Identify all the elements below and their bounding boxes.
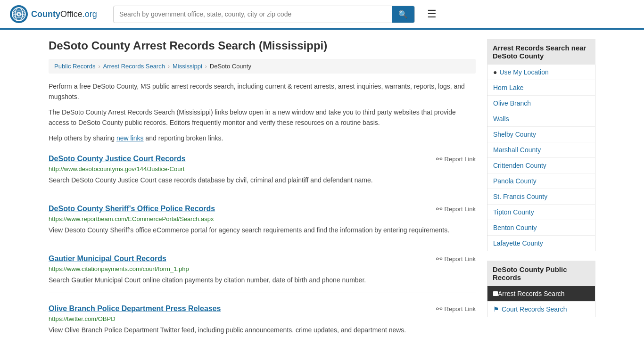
sidebar-nearby-item[interactable]: Benton County bbox=[487, 220, 595, 236]
report-link-button[interactable]: ⚯ Report Link bbox=[436, 205, 476, 214]
sidebar-public-records-item[interactable]: Arrest Records Search bbox=[487, 286, 595, 302]
report-link-label: Report Link bbox=[445, 255, 476, 263]
report-link-icon: ⚯ bbox=[436, 205, 442, 214]
sidebar-nearby-link[interactable]: Walls bbox=[487, 111, 595, 126]
sidebar-nearby-link[interactable]: Panola County bbox=[487, 173, 595, 189]
record-description: View Olive Branch Police Department Twit… bbox=[49, 325, 476, 335]
sidebar-public-records-header: DeSoto County Public Records bbox=[487, 261, 595, 286]
record-url: https://twitter.com/OBPD bbox=[49, 315, 476, 322]
sidebar-nearby-link[interactable]: Lafayette County bbox=[487, 236, 595, 251]
sidebar-nearby-item[interactable]: Horn Lake bbox=[487, 80, 595, 96]
breadcrumb-mississippi[interactable]: Mississippi bbox=[173, 63, 202, 70]
report-link-label: Report Link bbox=[445, 305, 476, 313]
record-item: Olive Branch Police Department Press Rel… bbox=[49, 304, 476, 343]
use-location-label: Use My Location bbox=[499, 68, 548, 76]
description-3: Help others by sharing new links and rep… bbox=[49, 133, 476, 143]
sidebar-nearby-link[interactable]: Marshall County bbox=[487, 142, 595, 157]
main-container: DeSoto County Arrest Records Search (Mis… bbox=[39, 30, 605, 352]
record-header: Olive Branch Police Department Press Rel… bbox=[49, 304, 476, 313]
report-link-icon: ⚯ bbox=[436, 255, 442, 263]
sidebar-nearby-link[interactable]: Tipton County bbox=[487, 205, 595, 220]
breadcrumb: Public Records › Arrest Records Search ›… bbox=[49, 59, 476, 74]
record-header: DeSoto County Sheriff's Office Police Re… bbox=[49, 205, 476, 214]
breadcrumb-sep-1: › bbox=[98, 63, 100, 70]
sidebar: Arrest Records Search near DeSoto County… bbox=[487, 39, 595, 343]
sidebar-nearby-link[interactable]: Benton County bbox=[487, 220, 595, 235]
logo-text: CountyOffice.org bbox=[31, 9, 97, 19]
record-item: DeSoto County Justice Court Records ⚯ Re… bbox=[49, 155, 476, 193]
record-item: DeSoto County Sheriff's Office Police Re… bbox=[49, 205, 476, 243]
sidebar-nearby-link[interactable]: Horn Lake bbox=[487, 80, 595, 95]
court-records-icon: ⚑ bbox=[493, 305, 499, 313]
sidebar-nearby-link[interactable]: St. Francis County bbox=[487, 189, 595, 204]
sidebar-use-location[interactable]: ● Use My Location bbox=[487, 65, 595, 80]
records-list: DeSoto County Justice Court Records ⚯ Re… bbox=[49, 155, 476, 343]
sidebar-arrest-section: Arrest Records Search near DeSoto County… bbox=[487, 39, 595, 251]
site-logo-icon bbox=[9, 5, 28, 24]
sidebar-nearby-item[interactable]: Lafayette County bbox=[487, 236, 595, 251]
record-description: View Desoto County Sheriff's office eCom… bbox=[49, 225, 476, 235]
sidebar-public-records-link[interactable]: ⚑Court Records Search bbox=[487, 302, 595, 317]
sidebar-nearby-item[interactable]: Walls bbox=[487, 111, 595, 127]
hamburger-menu-button[interactable]: ☰ bbox=[424, 6, 439, 22]
record-title[interactable]: Gautier Municipal Court Records bbox=[49, 255, 166, 263]
record-header: Gautier Municipal Court Records ⚯ Report… bbox=[49, 255, 476, 263]
page-title: DeSoto County Arrest Records Search (Mis… bbox=[49, 39, 476, 52]
record-url: http://www.desotocountyms.gov/144/Justic… bbox=[49, 165, 476, 173]
sidebar-nearby-items: Horn LakeOlive BranchWallsShelby CountyM… bbox=[487, 80, 595, 251]
sidebar-nearby-link[interactable]: Crittenden County bbox=[487, 158, 595, 173]
record-url: https://www.citationpayments.com/court/f… bbox=[49, 265, 476, 272]
description-1: Perform a free DeSoto County, MS public … bbox=[49, 81, 476, 102]
breadcrumb-arrest-records[interactable]: Arrest Records Search bbox=[103, 63, 165, 70]
report-link-button[interactable]: ⚯ Report Link bbox=[436, 304, 476, 313]
content-area: DeSoto County Arrest Records Search (Mis… bbox=[49, 39, 476, 343]
report-link-icon: ⚯ bbox=[436, 304, 442, 313]
record-title[interactable]: DeSoto County Sheriff's Office Police Re… bbox=[49, 205, 215, 213]
sidebar-nearby-item[interactable]: Olive Branch bbox=[487, 96, 595, 111]
record-title[interactable]: DeSoto County Justice Court Records bbox=[49, 155, 186, 163]
sidebar-nearby-item[interactable]: Tipton County bbox=[487, 205, 595, 220]
breadcrumb-public-records[interactable]: Public Records bbox=[54, 63, 95, 70]
report-link-label: Report Link bbox=[445, 156, 476, 163]
sidebar-nearby-item[interactable]: Panola County bbox=[487, 173, 595, 189]
search-bar: 🔍 bbox=[113, 6, 415, 23]
sidebar-nearby-link[interactable]: Shelby County bbox=[487, 127, 595, 142]
active-indicator bbox=[493, 291, 498, 296]
description-2: The DeSoto County Arrest Records Search … bbox=[49, 107, 476, 128]
sidebar-arrest-header: Arrest Records Search near DeSoto County bbox=[487, 39, 595, 65]
record-title[interactable]: Olive Branch Police Department Press Rel… bbox=[49, 304, 221, 313]
use-location-link[interactable]: ● Use My Location bbox=[487, 65, 595, 80]
breadcrumb-sep-2: › bbox=[168, 63, 170, 70]
sidebar-nearby-item[interactable]: Marshall County bbox=[487, 142, 595, 158]
description-3-pre: Help others by sharing bbox=[49, 134, 116, 142]
record-header: DeSoto County Justice Court Records ⚯ Re… bbox=[49, 155, 476, 164]
search-icon: 🔍 bbox=[398, 10, 408, 18]
record-item: Gautier Municipal Court Records ⚯ Report… bbox=[49, 255, 476, 293]
sidebar-public-records-link-active[interactable]: Arrest Records Search bbox=[487, 286, 595, 301]
sidebar-nearby-link[interactable]: Olive Branch bbox=[487, 96, 595, 111]
record-description: Search Gautier Municipal Court online ci… bbox=[49, 275, 476, 285]
location-icon: ● bbox=[493, 68, 497, 76]
breadcrumb-sep-3: › bbox=[205, 63, 207, 70]
report-link-icon: ⚯ bbox=[436, 155, 442, 164]
hamburger-icon: ☰ bbox=[427, 8, 437, 20]
sidebar-nearby-list: ● Use My Location Horn LakeOlive BranchW… bbox=[487, 65, 595, 251]
sidebar-public-records-section: DeSoto County Public Records Arrest Reco… bbox=[487, 261, 595, 317]
sidebar-nearby-item[interactable]: Shelby County bbox=[487, 127, 595, 142]
site-header: CountyOffice.org 🔍 ☰ bbox=[0, 0, 644, 30]
record-description: Search DeSoto County Justice Court case … bbox=[49, 175, 476, 185]
search-input[interactable] bbox=[114, 7, 392, 22]
description-3-post: and reporting broken links. bbox=[144, 134, 223, 142]
new-links-link[interactable]: new links bbox=[116, 134, 144, 142]
report-link-button[interactable]: ⚯ Report Link bbox=[436, 155, 476, 164]
record-url: https://www.reportbeam.com/ECommercePort… bbox=[49, 215, 476, 222]
breadcrumb-current: DeSoto County bbox=[210, 63, 251, 70]
search-button[interactable]: 🔍 bbox=[392, 6, 414, 23]
sidebar-nearby-item[interactable]: St. Francis County bbox=[487, 189, 595, 205]
sidebar-public-records-list: Arrest Records Search ⚑Court Records Sea… bbox=[487, 286, 595, 317]
sidebar-public-records-item[interactable]: ⚑Court Records Search bbox=[487, 302, 595, 317]
report-link-label: Report Link bbox=[445, 206, 476, 213]
sidebar-nearby-item[interactable]: Crittenden County bbox=[487, 158, 595, 173]
logo-area: CountyOffice.org bbox=[9, 5, 104, 24]
report-link-button[interactable]: ⚯ Report Link bbox=[436, 255, 476, 263]
